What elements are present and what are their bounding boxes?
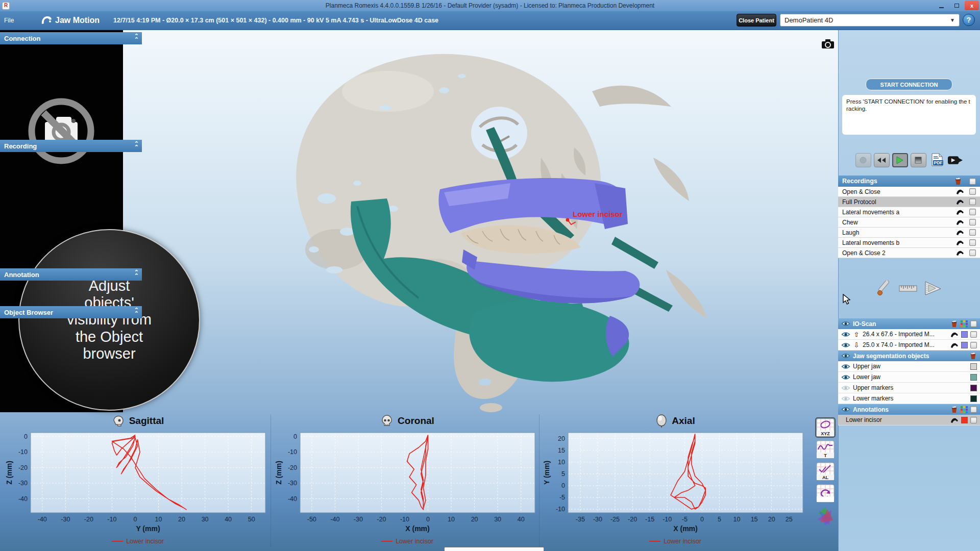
maximize-button[interactable] [949,1,964,10]
object-group-row[interactable]: Annotations [838,404,980,415]
object-group-row[interactable]: IO-Scan [838,318,980,329]
object-group-row[interactable]: Jaw segmentation objects [838,350,980,361]
collapse-icon[interactable]: ⌃⌃ [134,142,138,149]
color-swatch[interactable] [970,363,977,370]
export-video-button[interactable] [947,153,963,167]
legend-line-swatch [381,541,393,542]
delete-icon[interactable] [969,352,977,360]
color-swatch[interactable] [970,395,977,402]
delete-icon[interactable] [950,320,958,328]
color-swatch[interactable] [961,342,968,348]
start-connection-button[interactable]: START CONNECTION [866,79,952,90]
object-checkbox[interactable] [970,342,977,348]
connection-panel-header[interactable]: Connection ⌃⌃ [0,32,142,44]
3d-viewport[interactable]: Lower incisor Adjust objects' visibility… [0,30,838,551]
object-item-row[interactable]: ⇩25.0 x 74.0 - Imported M... [838,340,980,350]
visibility-eye-icon[interactable] [841,364,850,369]
color-swatch[interactable] [961,331,968,338]
select-all-checkbox[interactable] [969,178,976,185]
object-checkbox[interactable] [970,331,977,338]
color-swatch[interactable] [970,385,977,391]
visibility-eye-icon[interactable] [841,321,850,327]
recording-row[interactable]: Open & Close [838,187,980,197]
file-menu[interactable]: File [4,17,14,24]
svg-text:40: 40 [518,516,525,523]
object-checkbox[interactable] [970,320,977,327]
delete-all-icon[interactable] [954,177,962,185]
orientation-star-icon[interactable] [815,506,836,527]
coronal-plot: -50-40-30-20-100102030400-10-20-30-40X (… [275,430,540,534]
help-button[interactable]: ? [963,14,975,26]
recording-checkbox[interactable] [969,219,976,226]
visibility-eye-icon[interactable] [841,407,850,412]
tool-analysis-button[interactable]: AL [816,462,835,481]
recording-checkbox[interactable] [969,239,976,246]
recording-checkbox[interactable] [969,209,976,215]
svg-text:10: 10 [558,459,565,466]
recording-checkbox[interactable] [969,188,976,195]
recording-panel-header[interactable]: Recording ⌃⌃ [0,140,142,152]
color-palette-icon[interactable] [961,406,968,413]
ruler-tool-icon[interactable] [899,284,917,293]
recording-checkbox[interactable] [969,249,976,256]
object-item-row[interactable]: Upper markers [838,383,980,393]
recording-checkbox[interactable] [969,198,976,205]
panel-title: Annotation [4,271,39,279]
recording-row[interactable]: Laugh [838,228,980,238]
collapse-icon[interactable]: ⌃⌃ [134,309,138,316]
object-checkbox[interactable] [970,417,977,423]
visibility-eye-icon[interactable] [841,342,850,348]
color-palette-icon[interactable] [961,320,968,328]
marker-tool-icon[interactable] [876,281,892,296]
color-swatch[interactable] [961,417,968,423]
object-checkbox[interactable] [970,406,977,413]
snapshot-camera-icon[interactable] [821,38,835,49]
title-bar: R Planmeca Romexis 4.4.0.0.1559.B 1/26/1… [0,0,980,11]
object-label: Upper markers [853,384,893,391]
tool-xyz-button[interactable]: XYZ [816,418,835,437]
svg-text:-10: -10 [107,516,116,523]
visibility-eye-icon[interactable] [841,396,850,402]
object-item-row[interactable]: Lower incisor [838,415,980,425]
set-square-tool-icon[interactable] [924,281,942,296]
recording-row[interactable]: Full Protocol [838,197,980,207]
object-item-row[interactable]: Lower markers [838,393,980,404]
visibility-eye-icon[interactable] [841,374,850,380]
recording-row[interactable]: Lateral movements a [838,207,980,217]
object-item-row[interactable]: Lower jaw [838,372,980,383]
collapse-icon[interactable]: ⌃⌃ [134,35,138,42]
object-item-row[interactable]: Upper jaw [838,361,980,372]
recording-label: Open & Close 2 [842,249,886,257]
sagittal-plot: -40-30-20-10010203040500-10-20-30-40Y (m… [5,430,271,534]
object-browser-panel-header[interactable]: Object Browser ⌃⌃ [0,306,142,318]
visibility-eye-icon[interactable] [841,353,850,359]
collapse-icon[interactable]: ⌃⌃ [134,271,138,278]
recording-row[interactable]: Chew [838,217,980,228]
export-pdf-button[interactable]: PDF [929,153,945,167]
stop-button[interactable] [911,153,926,167]
tool-reset-button[interactable] [816,484,835,503]
visibility-eye-icon[interactable] [841,385,850,391]
delete-icon[interactable] [950,406,958,413]
tool-time-curve-button[interactable]: T [816,440,835,459]
patient-selector[interactable]: DemoPatient 4D ▼ [780,14,960,27]
svg-text:0: 0 [426,516,430,523]
object-label: Upper jaw [853,363,880,370]
visibility-eye-icon[interactable] [841,332,850,337]
color-swatch[interactable] [970,374,977,381]
close-patient-button[interactable]: Close Patient [737,14,776,27]
record-button[interactable] [855,153,871,167]
recording-row[interactable]: Lateral movements b [838,238,980,248]
recording-checkbox[interactable] [969,229,976,236]
play-button[interactable] [892,153,908,167]
object-label: 25.0 x 74.0 - Imported M... [863,341,935,348]
object-item-row[interactable]: ⇧26.4 x 67.6 - Imported M... [838,329,980,340]
timeline-slider[interactable] [444,547,544,551]
annotation-panel-header[interactable]: Annotation ⌃⌃ [0,268,142,281]
recording-label: Lateral movements a [842,209,899,216]
minimize-button[interactable] [934,1,948,10]
connection-message: Press 'START CONNECTION' for enabling th… [842,95,976,135]
close-button[interactable]: x [965,1,979,10]
recording-row[interactable]: Open & Close 2 [838,248,980,258]
rewind-button[interactable] [874,153,890,167]
